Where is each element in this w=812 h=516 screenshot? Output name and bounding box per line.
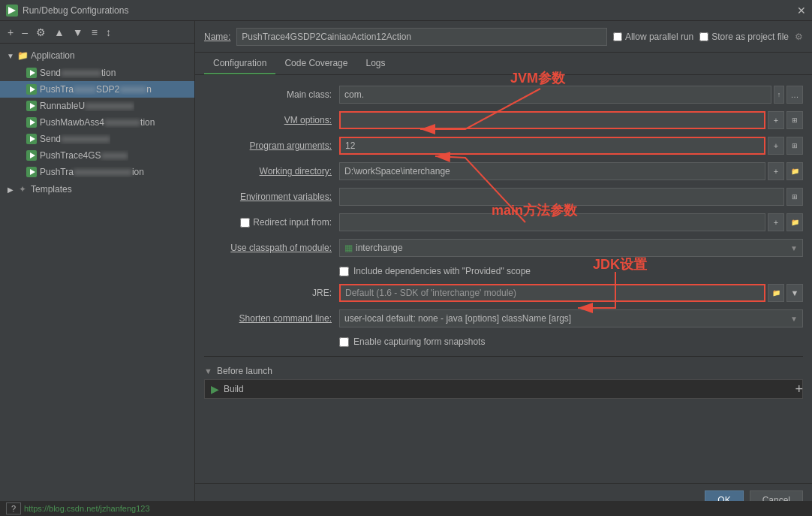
tabs-bar: Configuration Code Coverage Logs bbox=[195, 53, 812, 75]
close-button[interactable]: ✕ bbox=[797, 5, 806, 17]
working-dir-input[interactable] bbox=[339, 162, 765, 180]
env-vars-input[interactable] bbox=[339, 188, 784, 206]
list-item[interactable]: RunnableUxxxxxxxxxxx bbox=[0, 98, 194, 114]
classpath-label: Use classpath of module: bbox=[204, 243, 339, 253]
redirect-input[interactable] bbox=[339, 213, 765, 231]
list-item[interactable]: PushMawbAss4xxxxxxxxtion bbox=[0, 114, 194, 131]
main-class-browse-btn[interactable]: … bbox=[786, 86, 803, 104]
expand-placeholder bbox=[15, 151, 24, 160]
vm-options-browse-btn[interactable]: ⊞ bbox=[786, 111, 803, 129]
before-launch-section: ▼ Before launch ▶ Build + bbox=[195, 361, 812, 403]
bottom-link-text: https://blog.csdn.net/jzhanfeng123 bbox=[24, 504, 150, 513]
working-dir-label: Working directory: bbox=[204, 166, 339, 177]
move-up-button[interactable]: ▲ bbox=[51, 26, 68, 39]
content-area: Main class: ↑ … VM options: + ⊞ Program … bbox=[195, 75, 812, 483]
tree-application-group[interactable]: ▼ 📁 Application bbox=[0, 47, 194, 65]
jre-input-group: Default (1.6 - SDK of 'interchange' modu… bbox=[339, 284, 803, 302]
run-config-icon bbox=[26, 68, 37, 78]
shorten-cmd-label: Shorten command line: bbox=[204, 313, 339, 324]
program-args-browse-btn[interactable]: ⊞ bbox=[786, 137, 803, 155]
main-class-input[interactable] bbox=[339, 86, 771, 104]
before-launch-add-btn[interactable]: + bbox=[789, 382, 809, 397]
env-vars-input-group: ⊞ bbox=[339, 188, 803, 206]
tab-logs[interactable]: Logs bbox=[356, 53, 394, 74]
store-project-label: Store as project file bbox=[711, 32, 789, 42]
jre-row: JRE: Default (1.6 - SDK of 'interchange'… bbox=[195, 281, 812, 305]
program-args-row: Program arguments: + ⊞ bbox=[195, 134, 812, 158]
config-push-label: PushTraxxxxxSDP2xxxxxxn bbox=[40, 84, 152, 95]
redirect-input-row: Redirect input from: + 📁 bbox=[195, 210, 812, 234]
classpath-value: ▦ interchange bbox=[344, 243, 403, 253]
env-vars-row: Environment variables: ⊞ bbox=[195, 185, 812, 209]
main-class-label: Main class: bbox=[204, 89, 339, 100]
redirect-label: Redirect input from: bbox=[253, 217, 332, 228]
separator bbox=[204, 356, 803, 357]
main-class-settings-btn[interactable]: ↑ bbox=[774, 86, 784, 104]
expand-placeholder bbox=[15, 134, 24, 143]
jre-browse-btn[interactable]: 📁 bbox=[768, 284, 784, 302]
env-vars-browse-btn[interactable]: ⊞ bbox=[786, 188, 803, 206]
tree-container[interactable]: ▼ 📁 Application Sendxxxxxxxxxtion PushTr… bbox=[0, 44, 194, 516]
list-item[interactable]: Sendxxxxxxxxxxx bbox=[0, 131, 194, 147]
settings-button[interactable]: ⚙ bbox=[33, 26, 49, 39]
vm-options-expand-btn[interactable]: + bbox=[768, 111, 784, 129]
title-bar: Run/Debug Configurations ✕ bbox=[0, 0, 812, 21]
header-controls: Allow parallel run Store as project file… bbox=[613, 32, 803, 42]
config-pushtra-label: PushTraxxxxxxxxxxxxxion bbox=[40, 167, 144, 177]
list-item[interactable]: Sendxxxxxxxxxtion bbox=[0, 65, 194, 81]
program-args-input[interactable] bbox=[339, 137, 765, 155]
name-input[interactable] bbox=[236, 28, 607, 46]
include-deps-checkbox[interactable] bbox=[339, 267, 349, 276]
allow-parallel-group: Allow parallel run bbox=[613, 32, 693, 42]
expand-button[interactable]: ↕ bbox=[103, 26, 114, 39]
list-item[interactable]: PushTrace4GSxxxxxx bbox=[0, 147, 194, 164]
classpath-dropdown[interactable]: ▦ interchange ▼ bbox=[339, 239, 803, 257]
redirect-checkbox[interactable] bbox=[240, 218, 250, 228]
shorten-cmd-value: user-local default: none - java [options… bbox=[344, 313, 571, 324]
config-send2-label: Sendxxxxxxxxxxx bbox=[40, 134, 110, 144]
config-send-label: Sendxxxxxxxxxtion bbox=[40, 68, 116, 78]
redirect-expand-btn[interactable]: + bbox=[768, 213, 784, 231]
application-label: Application bbox=[31, 50, 75, 61]
run-config-icon-7 bbox=[26, 167, 37, 177]
list-item-selected[interactable]: PushTraxxxxxSDP2xxxxxxn bbox=[0, 81, 194, 98]
before-launch-collapse-icon[interactable]: ▼ bbox=[204, 367, 212, 376]
remove-config-button[interactable]: – bbox=[19, 26, 31, 39]
list-item[interactable]: PushTraxxxxxxxxxxxxxion bbox=[0, 164, 194, 180]
working-dir-expand-btn[interactable]: + bbox=[768, 162, 784, 180]
move-down-button[interactable]: ▼ bbox=[70, 26, 86, 39]
tab-configuration[interactable]: Configuration bbox=[204, 53, 275, 74]
jre-label: JRE: bbox=[204, 288, 339, 298]
config-runnable-label: RunnableUxxxxxxxxxxx bbox=[40, 101, 134, 111]
tree-templates-group[interactable]: ▶ ✦ Templates bbox=[0, 180, 194, 198]
store-project-checkbox[interactable] bbox=[699, 32, 708, 41]
before-launch-header: ▼ Before launch bbox=[204, 366, 803, 376]
shorten-cmd-dropdown[interactable]: user-local default: none - java [options… bbox=[339, 309, 803, 327]
redirect-browse-btn[interactable]: 📁 bbox=[786, 213, 803, 231]
right-panel: Name: Allow parallel run Store as projec… bbox=[195, 21, 812, 516]
vm-options-input[interactable] bbox=[339, 111, 765, 129]
allow-parallel-checkbox[interactable] bbox=[613, 32, 622, 41]
program-args-input-group: + ⊞ bbox=[339, 137, 803, 155]
expand-placeholder bbox=[15, 118, 24, 127]
config-push4gs-label: PushTrace4GSxxxxxx bbox=[40, 150, 128, 161]
help-button[interactable]: ? bbox=[6, 502, 21, 514]
vm-options-label: VM options: bbox=[204, 115, 339, 125]
module-icon: ▦ bbox=[344, 243, 353, 253]
title-bar-icon bbox=[6, 5, 18, 17]
build-item[interactable]: ▶ Build bbox=[204, 379, 803, 399]
expand-icon: ▼ bbox=[6, 51, 15, 60]
classpath-arrow: ▼ bbox=[790, 244, 798, 252]
working-dir-browse-btn[interactable]: 📁 bbox=[786, 162, 803, 180]
tab-code-coverage[interactable]: Code Coverage bbox=[275, 53, 356, 74]
add-config-button[interactable]: + bbox=[5, 26, 17, 39]
sort-button[interactable]: ≡ bbox=[89, 26, 101, 39]
redirect-input-group: + 📁 bbox=[339, 213, 803, 231]
jre-dropdown-btn[interactable]: ▼ bbox=[786, 284, 803, 302]
enable-snapshots-checkbox[interactable] bbox=[339, 337, 349, 347]
redirect-input-label-group: Redirect input from: bbox=[204, 217, 339, 228]
program-args-expand-btn[interactable]: + bbox=[768, 137, 784, 155]
store-settings-icon[interactable]: ⚙ bbox=[795, 32, 803, 42]
name-row: Name: Allow parallel run Store as projec… bbox=[195, 21, 812, 53]
folder-icon: 📁 bbox=[17, 50, 28, 61]
